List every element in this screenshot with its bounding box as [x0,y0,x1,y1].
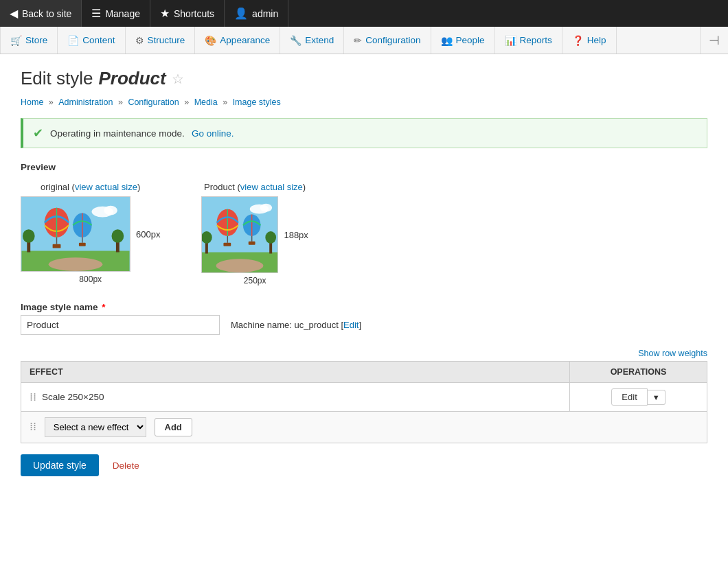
delete-link[interactable]: Delete [113,460,139,471]
effect-name: Scale 250×250 [42,392,104,402]
help-icon: ❓ [572,35,584,46]
original-view-link[interactable]: view actual size [75,182,137,192]
original-preview-image [21,196,130,272]
title-prefix: Edit style [21,68,93,89]
nav-reports[interactable]: 📊 Reports [495,27,562,54]
nav-people-label: People [456,35,485,45]
image-style-name-input[interactable] [21,315,220,335]
back-to-site-link[interactable]: ◀ Back to site [0,0,82,27]
product-width-label: 250px [244,276,266,285]
favorite-icon[interactable]: ☆ [172,71,184,87]
row-weights-bar: Show row weights [21,349,707,361]
menu-icon: ☰ [91,7,101,20]
svg-point-8 [104,206,117,215]
svg-point-23 [266,231,277,244]
nav-appearance[interactable]: 🎨 Appearance [195,27,280,54]
svg-point-2 [49,257,103,271]
show-row-weights-link[interactable]: Show row weights [638,349,707,358]
image-style-name-section: Image style name * Machine name: uc_prod… [21,302,707,335]
check-icon: ✔ [33,126,43,141]
operations-col-header: OPERATIONS [570,362,707,383]
breadcrumb-image-styles[interactable]: Image styles [233,97,281,107]
original-height-label: 600px [136,229,160,240]
content-icon: 📄 [67,35,79,46]
add-effect-row: ⁞⁞ Select a new effect Add [21,412,707,443]
svg-rect-28 [224,243,231,246]
reports-icon: 📊 [505,35,516,46]
product-title: Product (view actual size) [204,182,306,192]
breadcrumb-media[interactable]: Media [194,97,218,107]
effects-table: EFFECT OPERATIONS ⁞⁞ Scale 250×250 Edit … [21,361,707,443]
nav-configuration[interactable]: ✏ Configuration [344,27,431,54]
nav-appearance-label: Appearance [220,35,270,45]
manage-link[interactable]: ☰ Manage [82,0,150,27]
original-img-row: 600px [21,196,160,272]
manage-label: Manage [105,8,140,19]
nav-config-label: Configuration [365,35,420,45]
page-title: Edit style Product ☆ [21,68,707,89]
original-width-label: 800px [79,275,102,284]
nav-store[interactable]: 🛒 Store [0,27,58,54]
nav-extend-label: Extend [305,35,334,45]
preview-images: original (view actual size) [21,182,707,285]
status-message: ✔ Operating in maintenance mode. Go onli… [21,118,707,148]
nav-collapse-btn[interactable]: ⊣ [700,27,728,54]
back-arrow-icon: ◀ [10,7,18,20]
breadcrumb-admin[interactable]: Administration [58,97,113,107]
svg-rect-32 [249,242,255,245]
config-icon: ✏ [354,35,362,46]
go-online-link[interactable]: Go online. [192,128,234,139]
title-product: Product [99,68,166,89]
nav-people[interactable]: 👥 People [431,27,495,54]
svg-rect-11 [53,244,61,248]
page-content: Edit style Product ☆ Home » Administrati… [0,54,728,490]
admin-user-link[interactable]: 👤 admin [225,0,288,27]
store-icon: 🛒 [10,35,22,46]
product-preview-image [201,196,278,273]
svg-point-6 [112,229,124,243]
select-effect-dropdown[interactable]: Select a new effect [45,417,146,437]
appearance-icon: 🎨 [205,35,216,46]
machine-name-edit-link[interactable]: Edit [343,320,359,330]
svg-point-4 [23,229,35,243]
nav-content-label: Content [82,35,115,45]
required-indicator: * [102,302,105,312]
nav-help[interactable]: ❓ Help [562,27,617,54]
breadcrumb-home[interactable]: Home [21,97,43,107]
form-actions: Update style Delete [21,454,707,476]
nav-structure[interactable]: ⚙ Structure [126,27,196,54]
add-effect-button[interactable]: Add [155,418,192,436]
nav-store-label: Store [25,35,47,45]
nav-content[interactable]: 📄 Content [58,27,125,54]
breadcrumb-config[interactable]: Configuration [128,97,179,107]
star-icon: ★ [160,7,170,20]
user-icon: 👤 [234,7,248,20]
original-title: original (view actual size) [41,182,140,192]
extend-icon: 🔧 [290,35,302,46]
breadcrumb: Home » Administration » Configuration » … [21,97,707,107]
add-drag-handle-icon: ⁞⁞ [30,421,36,432]
admin-bar: ◀ Back to site ☰ Manage ★ Shortcuts 👤 ad… [0,0,728,27]
table-row: ⁞⁞ Scale 250×250 Edit ▼ [21,383,707,412]
svg-point-19 [216,259,264,272]
svg-rect-15 [79,243,86,246]
edit-dropdown-button[interactable]: ▼ [648,390,666,405]
nav-extend[interactable]: 🔧 Extend [280,27,344,54]
drag-handle-icon[interactable]: ⁞⁞ [30,390,36,404]
preview-label: Preview [21,162,707,172]
back-to-site-label: Back to site [22,8,71,19]
edit-effect-button[interactable]: Edit [611,388,647,406]
field-row: Machine name: uc_product [Edit] [21,315,707,335]
admin-label: admin [252,8,278,19]
shortcuts-link[interactable]: ★ Shortcuts [150,0,225,27]
machine-name-text: Machine name: uc_product [Edit] [231,320,361,330]
people-icon: 👥 [441,35,453,46]
field-label: Image style name * [21,302,707,312]
svg-point-25 [260,204,273,212]
operations-cell: Edit ▼ [570,383,707,412]
update-style-button[interactable]: Update style [21,454,99,476]
nav-reports-label: Reports [520,35,552,45]
product-view-link[interactable]: view actual size [240,182,303,192]
preview-section: Preview original (view actual size) [21,162,707,285]
nav-help-label: Help [587,35,606,45]
